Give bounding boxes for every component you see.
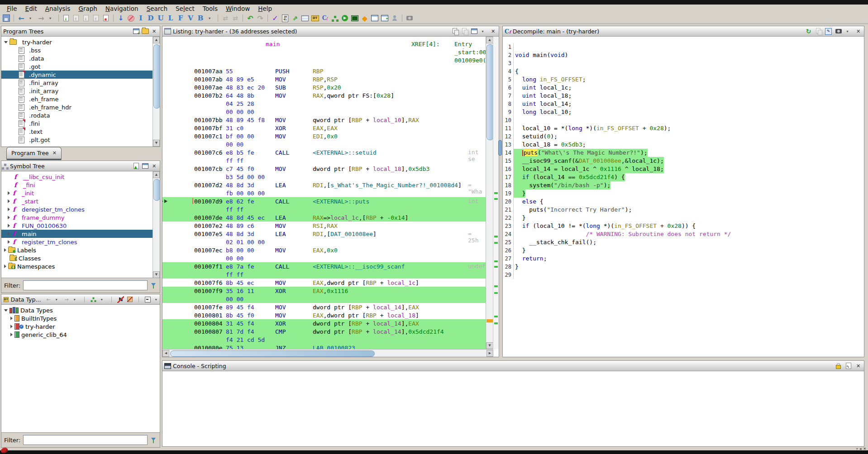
collapsed-arrow-icon[interactable] (8, 232, 10, 236)
decompile-line[interactable]: 13 local_18 = 0x5db3; (503, 141, 864, 149)
person-icon[interactable] (390, 14, 399, 23)
listing-row[interactable]: ff ff (162, 270, 486, 279)
listing-row[interactable]: 001008018b 45 f0MOVEAX,dword ptr [RBP + … (162, 311, 486, 319)
decompile-line[interactable]: 2void main(void) (503, 51, 864, 59)
symbol-item-_start[interactable]: f_start (1, 197, 160, 205)
tab-close-icon[interactable]: ✕ (52, 150, 57, 156)
lock-icon[interactable] (835, 362, 842, 369)
table-export-icon[interactable]: ▸ (380, 14, 389, 23)
style-D[interactable]: D (146, 14, 155, 23)
listing-row[interactable]: 001007aa55PUSHRBP (162, 67, 486, 75)
collapsed-arrow-icon[interactable] (4, 248, 6, 252)
menu-file[interactable]: File (3, 5, 21, 12)
back-dropdown[interactable]: ▾ (27, 14, 36, 23)
decompile-line[interactable]: 19 } (503, 189, 864, 198)
page-up2-icon[interactable]: ⇑ (91, 14, 100, 23)
listing-row[interactable]: 001007c6e8 b5 feCALL<EXTERNAL>::setuidin… (162, 148, 486, 156)
symbol-item-main[interactable]: fmain (1, 230, 160, 238)
swap-right-icon[interactable]: ⇄ (231, 14, 240, 23)
decompile-line[interactable]: 16 local_14 = local_1c ^ 0x1116 ^ local_… (503, 165, 864, 173)
export-icon[interactable]: ⇗ (291, 14, 300, 23)
menu-analysis[interactable]: Analysis (41, 5, 75, 12)
cf-icon[interactable]: Cf (320, 14, 329, 23)
listing-row[interactable]: 001007f1e8 7a feCALL<EXTERNAL>::__isoc99… (162, 262, 486, 270)
expand-arrow-icon[interactable] (4, 309, 8, 312)
nav-back-icon[interactable]: ← (44, 296, 52, 303)
listing-row[interactable]: 02 01 00 00 (162, 238, 486, 246)
close-icon[interactable]: ✕ (150, 28, 158, 35)
console-output[interactable] (163, 371, 863, 446)
style-I[interactable]: I (136, 14, 145, 23)
forward-dropdown[interactable]: ▾ (47, 14, 56, 23)
decompile-line[interactable]: 11 local_10 = *(long *)(in_FS_OFFSET + 0… (503, 124, 864, 132)
tree-item-bss[interactable]: .bss (1, 46, 160, 54)
tab-program-tree[interactable]: Program Tree ✕ (6, 147, 62, 160)
tree-item-data-types-root[interactable]: Data Types (1, 306, 160, 314)
close-icon[interactable]: ✕ (854, 362, 862, 369)
expand-arrow-icon[interactable] (4, 41, 8, 43)
decompile-line[interactable]: 6 uint local_1c; (503, 84, 864, 92)
symbol-folder-namespaces[interactable]: {}Namespaces (1, 262, 160, 270)
symbol-item-_init[interactable]: f_init (1, 189, 160, 197)
data-types-filter-input[interactable] (23, 435, 148, 445)
symbol-item-register_tm_clones[interactable]: fregister_tm_clones (1, 238, 160, 246)
disable-icon[interactable] (126, 14, 135, 23)
forward-icon[interactable]: → (37, 14, 46, 23)
menu-select[interactable]: Select (172, 5, 199, 12)
decompile-line[interactable]: 26 } (503, 246, 864, 255)
symbol-item-__libc_csu_init[interactable]: f__libc_csu_init (1, 173, 160, 181)
decompile-line[interactable]: 1 (503, 43, 864, 51)
listing-row[interactable]: 001007bf31 c0XOREAX,EAX (162, 124, 486, 132)
pages-gray-icon[interactable] (461, 28, 468, 35)
back-icon[interactable]: ← (17, 14, 26, 23)
dropdown-icon[interactable]: ▾ (480, 28, 487, 35)
listing-row[interactable]: 00 00 00 (162, 108, 486, 116)
tree-item-eh_frame[interactable]: .eh_frame (1, 95, 160, 103)
collapsed-arrow-icon[interactable] (8, 216, 10, 219)
listing-row[interactable]: 001007c1bf 00 00MOVEDI,0x0 (162, 132, 486, 140)
tree-item-text[interactable]: .text (1, 128, 160, 136)
tree-item-rodata[interactable]: .rodata (1, 111, 160, 119)
decompile-line[interactable]: 24 /* WARNING: Subroutine does not retur… (503, 230, 864, 238)
tree-item-got[interactable]: .got (1, 62, 160, 71)
menu-tools[interactable]: Tools (199, 5, 222, 12)
listing-row[interactable]: 001007d248 8d 3dLEARDI,[s_What's_The_Mag… (162, 181, 486, 189)
listing-row[interactable]: 001007de48 8d 45 ecLEARAX=>local_1c,[RBP… (162, 213, 486, 222)
listing-row[interactable]: 001007fe89 45 f4MOVdword ptr [RBP + loca… (162, 303, 486, 311)
dropdown-icon[interactable]: ▾ (99, 296, 106, 303)
tree-item-data[interactable]: .data (1, 54, 160, 62)
decompile-line[interactable]: 22 } (503, 214, 864, 222)
dropdown-icon[interactable]: ▾ (72, 296, 79, 303)
undo-icon[interactable]: ↶ (246, 14, 255, 23)
collapsed-arrow-icon[interactable] (8, 199, 10, 203)
listing-row[interactable]: 00 00 (162, 140, 486, 148)
decompile-line[interactable]: 10 (503, 116, 864, 124)
listing-row[interactable]: 001007ae48 83 ec 20SUBRSP,0x20 (162, 83, 486, 91)
decompile-line[interactable]: 4{ (503, 67, 864, 76)
down-arrow-icon[interactable]: ↓ (116, 14, 125, 23)
page-arrow-icon[interactable]: ▲ (132, 162, 140, 170)
style-dropdown[interactable]: ▾ (206, 14, 215, 23)
program-trees-scrollbar[interactable]: ▲ ▼ (153, 37, 160, 147)
nav-forward-icon[interactable]: → (62, 296, 70, 303)
collapsed-arrow-icon[interactable] (10, 317, 13, 320)
menu-graph[interactable]: Graph (74, 5, 101, 12)
folder-icon[interactable] (141, 28, 149, 35)
listing-row[interactable]: 001007e548 8d 3dLEARDI,[DAT_001008ee]= 2… (162, 230, 486, 238)
symbol-item-deregister_tm_clones[interactable]: fderegister_tm_clones (1, 205, 160, 213)
listing-row[interactable]: 001007b264 48 8bMOVRAX,qword ptr FS:[0x2… (162, 91, 486, 99)
decompile-content[interactable]: 12void main(void)34{5 long in_FS_OFFSET;… (503, 37, 864, 279)
decompile-line[interactable]: 29 (503, 271, 864, 279)
table-icon[interactable] (370, 14, 379, 23)
datatype-folder-icon[interactable]: DT (310, 14, 320, 23)
listing-row[interactable]: ff ff (162, 205, 486, 213)
listing-row[interactable]: 001007ab48 89 e5MOVRBP,RSP (162, 75, 486, 83)
tree-item-dynamic[interactable]: .dynamic (1, 71, 160, 79)
listing-row[interactable]: 00 00 (162, 295, 486, 303)
swap-left-icon[interactable]: ⇄ (221, 14, 230, 23)
symbol-folder-classes[interactable]: CClasses (1, 254, 160, 262)
style-U[interactable]: U (156, 14, 165, 23)
symbol-folder-labels[interactable]: ●Labels (1, 246, 160, 254)
decompile-line[interactable]: 3 (503, 59, 864, 67)
tree-item-pltgot[interactable]: .plt.got (1, 136, 160, 144)
